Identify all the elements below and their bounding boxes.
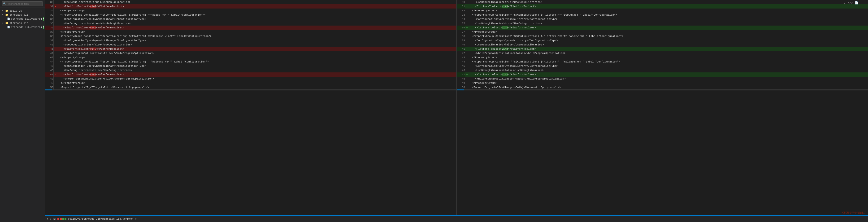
folder-pthreads-dll-label[interactable]: ▾ 📁 pthreads_dll — [0, 13, 45, 17]
line-content: <Import Project="$(VCTargetsPath)\Micros… — [469, 85, 868, 89]
folder-pthreads-lib-label[interactable]: ▾ 📁 pthreads_lib — [0, 21, 45, 25]
table-row: 37 </PropertyGroup> — [45, 30, 456, 34]
table-row: 34 <ConfigurationType>DynamicLibrary</Co… — [457, 17, 868, 21]
scroll-thumb-right — [457, 89, 464, 90]
file-pthreads-dll-vcxproj[interactable]: 📄 pthreads_dll.vcxproj M — [0, 17, 45, 21]
line-marker — [465, 8, 469, 13]
line-content: <UseDebugLibraries>true</UseDebugLibrari… — [57, 21, 456, 26]
line-marker: + — [465, 73, 469, 77]
line-content: <PropertyGroup Condition="'$(Configurati… — [57, 60, 456, 64]
chevron-down-icon-2: ▾ — [2, 13, 4, 16]
copy-icon[interactable]: ⎘ — [135, 218, 137, 220]
line-number: 30 — [45, 0, 54, 4]
line-marker: + — [465, 4, 469, 8]
line-marker — [465, 13, 469, 17]
line-content: <WholeProgramOptimization>false</WholePr… — [57, 77, 456, 81]
line-number: 47 — [45, 73, 54, 77]
file-icon-toolbar[interactable]: 📄 — [855, 1, 858, 5]
line-content: </PropertyGroup> — [469, 55, 868, 60]
line-content: </PropertyGroup> — [57, 81, 456, 85]
folder-icon-2: 📁 — [5, 13, 8, 16]
sidebar: 🔍 ▾ 📁 build.vs ▾ 📁 pthreads_dll — [0, 0, 45, 222]
line-number: 46 — [457, 68, 465, 73]
table-row: 43 </PropertyGroup> — [457, 55, 868, 60]
line-content: <PlatformToolset>v143</PlatformToolset> — [469, 73, 868, 77]
table-row: 46 <UseDebugLibraries>false</UseDebugLib… — [457, 68, 868, 73]
table-row: 31+ <PlatformToolset>v143</PlatformTools… — [457, 4, 868, 8]
table-row: 40 <UseDebugLibraries>false</UseDebugLib… — [45, 43, 456, 47]
filter-input-wrap: 🔍 — [0, 0, 45, 8]
line-marker — [465, 64, 469, 68]
file-badge-modified-2: M — [43, 26, 44, 29]
chevron-down-icon: ▾ — [2, 9, 4, 12]
diff-container: 30 <UseDebugLibraries>true</UseDebugLibr… — [45, 0, 868, 222]
line-content: <WholeProgramOptimization>false</WholePr… — [469, 77, 868, 81]
line-marker: - — [54, 4, 57, 8]
table-row: 42 <WholeProgramOptimization>false</Whol… — [457, 51, 868, 55]
scroll-indicator-right — [457, 89, 868, 90]
table-row: 36+ <PlatformToolset>v143</PlatformTools… — [457, 26, 868, 30]
folder-build-vs[interactable]: ▾ 📁 build.vs — [0, 9, 45, 13]
table-row: 34 <ConfigurationType>DynamicLibrary</Co… — [45, 17, 456, 21]
line-content: <ConfigurationType>DynamicLibrary</Confi… — [469, 64, 868, 68]
diff-panel-left[interactable]: 30 <UseDebugLibraries>true</UseDebugLibr… — [45, 0, 457, 215]
line-marker — [465, 60, 469, 64]
diff-table-left: 30 <UseDebugLibraries>true</UseDebugLibr… — [45, 0, 457, 89]
line-marker — [465, 17, 469, 21]
line-content: <UseDebugLibraries>false</UseDebugLibrar… — [57, 68, 456, 73]
line-number: 50 — [457, 85, 465, 89]
line-marker: - — [54, 73, 57, 77]
line-marker — [465, 21, 469, 26]
file-tree: ▾ 📁 build.vs ▾ 📁 pthreads_dll 📄 pthreads… — [0, 8, 45, 222]
code-icon[interactable]: </> — [848, 1, 853, 5]
line-number: 36 — [457, 26, 465, 30]
line-marker — [465, 55, 469, 60]
line-number: 39 — [457, 38, 465, 43]
table-row: 30 <UseDebugLibraries>true</UseDebugLibr… — [457, 0, 868, 4]
table-row: 38 <PropertyGroup Condition="'$(Configur… — [457, 34, 868, 38]
filter-input[interactable] — [2, 1, 43, 6]
line-marker — [54, 60, 57, 64]
line-number: 48 — [457, 77, 465, 81]
bottom-bar: ▼ ⊙ 8 build.vs/pthreads_lib/pthreads_lib… — [45, 215, 868, 222]
line-marker — [54, 17, 57, 21]
line-content: <Import Project="$(VCTargetsPath)\Micros… — [57, 85, 456, 89]
line-content: </PropertyGroup> — [57, 8, 456, 13]
line-number: 37 — [457, 30, 465, 34]
line-number: 36 — [45, 26, 54, 30]
line-marker — [54, 8, 57, 13]
diff-panel-right[interactable]: 30 <UseDebugLibraries>true</UseDebugLibr… — [457, 0, 868, 215]
line-marker — [465, 51, 469, 55]
file-pthreads-lib-vcxproj[interactable]: 📄 pthreads_lib.vcxproj M — [0, 25, 45, 29]
table-row: 39 <ConfigurationType>DynamicLibrary</Co… — [457, 38, 868, 43]
folder-build-vs-label[interactable]: ▾ 📁 build.vs — [0, 9, 45, 13]
line-number: 49 — [457, 81, 465, 85]
line-number: 45 — [45, 64, 54, 68]
line-marker — [54, 38, 57, 43]
main-container: 🔍 ▾ 📁 build.vs ▾ 📁 pthreads_dll — [0, 0, 868, 222]
line-content: <ConfigurationType>DynamicLibrary</Confi… — [57, 64, 456, 68]
commit-icon: ⊙ — [50, 217, 51, 221]
table-row: 40 <UseDebugLibraries>false</UseDebugLib… — [457, 43, 868, 47]
line-content: <PropertyGroup Condition="'$(Configurati… — [469, 13, 868, 17]
search-icon: 🔍 — [3, 2, 6, 5]
line-content: <WholeProgramOptimization>false</WholePr… — [57, 51, 456, 55]
line-marker — [54, 34, 57, 38]
line-number: 35 — [45, 21, 54, 26]
folder-pthreads-lib[interactable]: ▾ 📁 pthreads_lib 📄 pthreads_lib.vcxproj … — [0, 21, 45, 29]
table-row: 30 <UseDebugLibraries>true</UseDebugLibr… — [45, 0, 456, 4]
filter-input-container: 🔍 — [2, 1, 43, 6]
removed-highlight: v142 — [90, 73, 96, 76]
line-content: <ConfigurationType>DynamicLibrary</Confi… — [57, 17, 456, 21]
line-marker — [54, 68, 57, 73]
folder-pthreads-dll[interactable]: ▾ 📁 pthreads_dll 📄 pthreads_dll.vcxproj … — [0, 13, 45, 21]
expand-icon[interactable]: ▼ — [47, 218, 48, 220]
line-content: <PlatformToolset>v142</PlatformToolset> — [57, 4, 456, 8]
line-marker — [54, 13, 57, 17]
line-number: 49 — [45, 81, 54, 85]
line-content: </PropertyGroup> — [469, 81, 868, 85]
top-right-toolbar: ★ </> 📄 ··· — [844, 1, 866, 5]
star-icon[interactable]: ★ — [844, 1, 846, 5]
more-icon[interactable]: ··· — [860, 1, 866, 5]
table-row: 41+ <PlatformToolset>v143</PlatformTools… — [457, 47, 868, 51]
